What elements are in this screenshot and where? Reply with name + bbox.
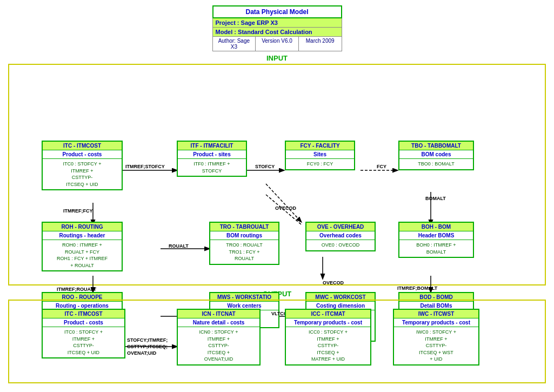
entity-icc: ICC - ITCMAT Temporary products - cost I…	[285, 309, 371, 366]
entity-itc-out-body: ITC0 : STOFCY + ITMREF + CSTTYP- ITCSEQ …	[43, 327, 124, 357]
entity-itf-body: ITF0 : ITMREF + STOFCY	[178, 159, 246, 176]
entity-itf-header: ITF - ITMFACILIT	[178, 142, 246, 150]
entity-itc-body: ITC0 : STOFCY + ITMREF + CSTTYP- ITCSEQ …	[43, 159, 122, 189]
entity-iwc-header: IWC - ITCWST	[394, 310, 478, 318]
label-ovecod2: OVECOD	[323, 280, 344, 285]
header-date: March 2009	[299, 37, 342, 51]
entity-fcy-header: FCY - FACILITY	[286, 142, 354, 150]
entity-iwc-body: IWC0 : STOFCY + ITMREF + CSTTYP- ITCSEQ …	[394, 327, 478, 364]
entity-icc-sub: Temporary products - cost	[286, 318, 370, 327]
label-itmref-fcy: ITMREF;FCY	[63, 208, 93, 214]
label-stofcy: STOFCY	[255, 164, 275, 169]
entity-roh-sub: Routings - header	[43, 231, 122, 240]
label-bomalt-tbo: BOMALT	[425, 196, 446, 201]
entity-itc: ITC - ITMCOST Product - costs ITC0 : STO…	[42, 141, 123, 190]
label-stofcy-itmref: STOFCY;ITMREF;	[127, 337, 168, 343]
label-itmref-stofcy: ITMREF;STOFCY	[125, 164, 165, 169]
entity-iwc-sub: Temporary products - cost	[394, 318, 478, 327]
entity-roh: ROH - ROUTING Routings - header ROH0 : I…	[42, 222, 123, 271]
entity-itc-out-sub: Product - costs	[43, 318, 124, 327]
entity-itc-out: ITC - ITMCOST Product - costs ITC0 : STO…	[42, 309, 125, 358]
entity-tro-header: TRO - TABROUALT	[210, 223, 278, 231]
entity-tbo-header: TBO - TABBOMALT	[399, 142, 473, 150]
entity-ove-sub: Overhead codes	[306, 231, 375, 240]
header-meta: Author: Sage X3 Version V6.0 March 2009	[212, 37, 342, 51]
entity-itc-header: ITC - ITMCOST	[43, 142, 122, 150]
entity-icn: ICN - ITCNAT Nature detail - costs ICN0 …	[177, 309, 261, 366]
label-ovecod: OVECOD	[275, 205, 296, 211]
label-fcy: FCY	[377, 164, 386, 169]
header-project: Project : Sage ERP X3	[212, 18, 342, 28]
header-author: Author: Sage X3	[213, 37, 256, 51]
entity-boh-body: BOH0 : ITMREF + BOMALT	[399, 240, 473, 257]
entity-icn-sub: Nature detail - costs	[178, 318, 259, 327]
entity-boh-header: BOH - BOM	[399, 223, 473, 231]
output-section: ITC - ITMCOST Product - costs ITC0 : STO…	[8, 300, 546, 383]
input-section-label: INPUT	[0, 54, 554, 62]
entity-iwc: IWC - ITCWST Temporary products - cost I…	[393, 309, 479, 366]
input-section: ITC - ITMCOST Product - costs ITC0 : STO…	[8, 64, 546, 285]
header-version: Version V6.0	[256, 37, 299, 51]
label-itmref-roualt: ITMREF;ROUALT	[57, 287, 96, 292]
label-ovenat-uid: OVENAT;UID	[127, 350, 156, 356]
label-roualt: ROUALT	[169, 243, 189, 249]
entity-boh-sub: Header BOMS	[399, 231, 473, 240]
entity-fcy: FCY - FACILITY Sites FCY0 : FCY	[285, 141, 355, 170]
header-title: Data Physical Model	[212, 5, 342, 18]
entity-tro-body: TRO0 : ROUALT TRO1 : FCY + ROUALT	[210, 240, 278, 264]
entity-roh-header: ROH - ROUTING	[43, 223, 122, 231]
entity-tbo-sub: BOM codes	[399, 150, 473, 159]
svg-line-5	[266, 184, 301, 222]
entity-icn-header: ICN - ITCNAT	[178, 310, 259, 318]
entity-fcy-body: FCY0 : FCY	[286, 159, 354, 169]
entity-ove: OVE - OVERHEAD Overhead codes OVE0 : OVE…	[305, 222, 376, 251]
entity-fcy-sub: Sites	[286, 150, 354, 159]
header-container: Data Physical Model Project : Sage ERP X…	[212, 5, 342, 51]
entity-itf-sub: Product - sites	[178, 150, 246, 159]
entity-tro: TRO - TABROUALT BOM routings TRO0 : ROUA…	[209, 222, 279, 265]
label-csttyp: CSTTYP;ITCSEQ;	[127, 344, 168, 349]
entity-ove-header: OVE - OVERHEAD	[306, 223, 375, 231]
header-model: Model : Standard Cost Calculation	[212, 28, 342, 37]
label-itmref-bomalt: ITMREF;BOMALT	[397, 285, 437, 291]
entity-icc-body: ICC0 : STOFCY + ITMREF + CSTTYP- ITCSEQ …	[286, 327, 370, 364]
entity-itc-out-header: ITC - ITMCOST	[43, 310, 124, 318]
entity-ove-body: OVE0 : OVECOD	[306, 240, 375, 250]
entity-itc-sub: Product - costs	[43, 150, 122, 159]
entity-icc-header: ICC - ITCMAT	[286, 310, 370, 318]
entity-roh-body: ROH0 : ITMREF + ROUALT + FCY ROH1 : FCY …	[43, 240, 122, 270]
entity-tro-sub: BOM routings	[210, 231, 278, 240]
entity-tbo-body: TBO0 : BOMALT	[399, 159, 473, 169]
entity-icn-body: ICN0 : STOFCY + ITMREF + CSTTYP- ITCSEQ …	[178, 327, 259, 364]
entity-boh: BOH - BOM Header BOMS BOH0 : ITMREF + BO…	[398, 222, 474, 258]
entity-itf: ITF - ITMFACILIT Product - sites ITF0 : …	[177, 141, 247, 177]
entity-tbo: TBO - TABBOMALT BOM codes TBO0 : BOMALT	[398, 141, 474, 170]
